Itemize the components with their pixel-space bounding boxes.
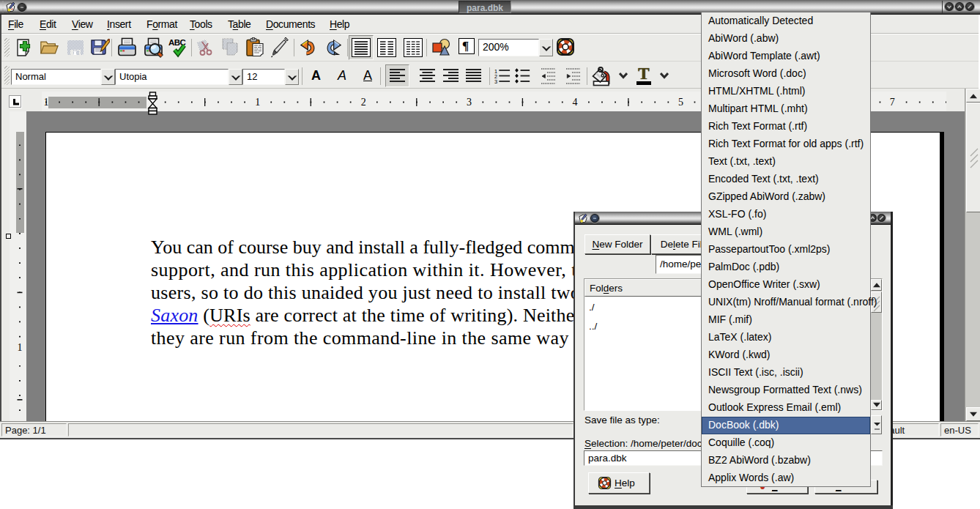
svg-text:1: 1 [44, 97, 49, 108]
svg-text:5: 5 [678, 97, 683, 108]
svg-text:3: 3 [467, 97, 472, 108]
svg-text:4: 4 [573, 97, 578, 108]
svg-text:3: 3 [494, 78, 497, 84]
svg-text:2: 2 [361, 97, 366, 108]
svg-text:1: 1 [18, 342, 23, 353]
svg-text:1: 1 [255, 97, 260, 108]
svg-text:7: 7 [890, 97, 895, 108]
